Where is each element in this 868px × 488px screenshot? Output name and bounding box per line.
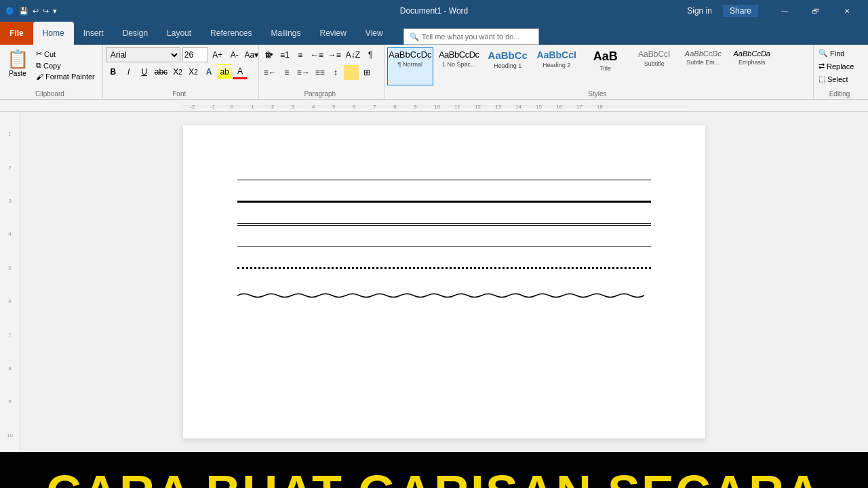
tab-design[interactable]: Design: [113, 22, 157, 45]
search-icon: 🔍: [818, 49, 828, 58]
clipboard-group-content: 📋 Paste ✂ Cut ⧉ Copy 🖌 Format Painter: [3, 45, 97, 90]
share-label[interactable]: Share: [723, 5, 758, 17]
subscript-button[interactable]: X2: [170, 64, 185, 79]
style-heading1[interactable]: AaBbCc Heading 1: [485, 47, 531, 85]
ruler-mark-9: 9: [0, 385, 20, 418]
align-right-button[interactable]: ≡→: [295, 65, 312, 80]
svg-text:9: 9: [414, 104, 417, 110]
style-title[interactable]: AaB Title: [583, 47, 629, 85]
tab-references[interactable]: References: [201, 22, 261, 45]
font-color-button[interactable]: A: [233, 64, 248, 79]
paste-button[interactable]: 📋 Paste: [3, 47, 33, 79]
decrease-font-button[interactable]: A-: [227, 47, 242, 62]
format-painter-icon: 🖌: [36, 73, 43, 81]
paragraph-group-content: ≡• ≡1 ≡ ←≡ →≡ A↓Z ¶ ≡← ≡ ≡→ ≡≡ ↕ ⊞: [262, 45, 378, 90]
line-spacing-button[interactable]: ↕: [328, 65, 343, 80]
line-wavy-container: [237, 289, 651, 302]
tab-review[interactable]: Review: [310, 22, 355, 45]
save-icon[interactable]: 💾: [19, 7, 28, 16]
style-heading2[interactable]: AaBbCcI Heading 2: [534, 47, 580, 85]
font-group: Arial A+ A- Aa▾ 🗑 B I U abc X2 X2 A ab A…: [103, 45, 259, 99]
justify-button[interactable]: ≡≡: [313, 65, 328, 80]
style-emphasis[interactable]: AaBbCcDa Emphasis: [729, 47, 775, 85]
font-group-content: Arial A+ A- Aa▾ 🗑 B I U abc X2 X2 A ab A: [106, 45, 253, 90]
signin-label[interactable]: Sign in: [687, 6, 712, 16]
copy-button[interactable]: ⧉ Copy: [34, 60, 97, 70]
tab-view[interactable]: View: [356, 22, 393, 45]
style-normal[interactable]: AaBbCcDc ¶ Normal: [387, 47, 433, 85]
banner-line1: CARA BUAT GARISAN SECARA: [46, 466, 822, 488]
restore-button[interactable]: 🗗: [800, 0, 831, 22]
customize-icon[interactable]: ▾: [53, 7, 57, 16]
sort-button[interactable]: A↓Z: [344, 47, 362, 62]
highlight-button[interactable]: ab: [217, 64, 232, 79]
svg-text:11: 11: [454, 104, 460, 110]
line-thick: [237, 201, 651, 203]
styles-label: Styles: [387, 90, 808, 99]
font-size-input[interactable]: [182, 47, 208, 62]
ribbon-tabs-row: File Home Insert Design Layout Reference…: [0, 22, 868, 45]
align-center-button[interactable]: ≡: [279, 65, 294, 80]
svg-text:4: 4: [312, 104, 315, 110]
tab-layout[interactable]: Layout: [157, 22, 201, 45]
svg-text:2: 2: [271, 104, 275, 110]
bullets-button[interactable]: ≡•: [262, 47, 277, 62]
horizontal-ruler: -2 -1 0 1 2 3 4 5 6 7 8 9 10 11 12 13 14…: [0, 100, 868, 112]
increase-indent-button[interactable]: →≡: [326, 47, 343, 62]
tab-mailings[interactable]: Mailings: [261, 22, 310, 45]
style-subtleem[interactable]: AaBbCcDc Subtle Em...: [680, 47, 726, 85]
line-single-container: [237, 180, 651, 180]
multilevel-button[interactable]: ≡: [293, 47, 308, 62]
tellme-input[interactable]: 🔍 Tell me what you want to do...: [403, 28, 539, 45]
document-area[interactable]: [20, 112, 868, 452]
bold-button[interactable]: B: [106, 64, 121, 79]
document-page[interactable]: [183, 125, 705, 439]
tab-insert[interactable]: Insert: [74, 22, 113, 45]
replace-button[interactable]: ⇄ Replace: [816, 60, 856, 72]
font-name-select[interactable]: Arial: [106, 47, 180, 62]
title-bar-right: Sign in Share — 🗗 ✕: [687, 0, 863, 22]
font-row1: Arial A+ A- Aa▾ 🗑: [106, 47, 276, 62]
redo-icon[interactable]: ↪: [43, 7, 49, 16]
paste-label: Paste: [9, 70, 26, 77]
clipboard-small-buttons: ✂ Cut ⧉ Copy 🖌 Format Painter: [34, 47, 97, 81]
align-left-button[interactable]: ≡←: [262, 65, 279, 80]
styles-gallery: AaBbCcDc ¶ Normal AaBbCcDc 1 No Spac... …: [387, 45, 808, 90]
svg-text:7: 7: [373, 104, 376, 110]
borders-button[interactable]: ⊞: [359, 65, 374, 80]
select-button[interactable]: ⬚ Select: [816, 73, 850, 85]
tab-home[interactable]: Home: [33, 22, 74, 45]
change-case-button[interactable]: Aa▾: [244, 47, 259, 62]
strikethrough-button[interactable]: abc: [153, 64, 170, 79]
tab-file[interactable]: File: [0, 22, 33, 45]
undo-icon[interactable]: ↩: [33, 7, 39, 16]
italic-button[interactable]: I: [121, 64, 136, 79]
banner: CARA BUAT GARISAN SECARA AUTOMATIK DI MS…: [0, 452, 868, 488]
close-button[interactable]: ✕: [831, 0, 863, 22]
shading-button[interactable]: [344, 65, 359, 80]
style-nospacing[interactable]: AaBbCcDc 1 No Spac...: [436, 47, 482, 85]
ruler-mark-2: 2: [0, 150, 20, 184]
window-title: Document1 - Word: [400, 6, 468, 16]
ruler-marks: -2 -1 0 1 2 3 4 5 6 7 8 9 10 11 12 13 14…: [180, 100, 688, 111]
svg-text:15: 15: [536, 104, 542, 110]
superscript-button[interactable]: X2: [186, 64, 201, 79]
line-light: [237, 246, 651, 247]
ruler-mark-6: 6: [0, 285, 20, 318]
numbering-button[interactable]: ≡1: [277, 47, 292, 62]
svg-text:17: 17: [576, 104, 583, 110]
minimize-button[interactable]: —: [769, 0, 800, 22]
line-dotted: [237, 267, 651, 269]
increase-font-button[interactable]: A+: [210, 47, 225, 62]
title-bar-left: 🔵 💾 ↩ ↪ ▾: [5, 7, 57, 16]
text-effects-button[interactable]: A: [201, 64, 216, 79]
show-marks-button[interactable]: ¶: [363, 47, 378, 62]
decrease-indent-button[interactable]: ←≡: [309, 47, 326, 62]
underline-button[interactable]: U: [137, 64, 152, 79]
cut-button[interactable]: ✂ Cut: [34, 49, 97, 59]
ribbon-content: 📋 Paste ✂ Cut ⧉ Copy 🖌 Format Painter Cl…: [0, 45, 868, 100]
format-painter-button[interactable]: 🖌 Format Painter: [34, 72, 97, 81]
find-button[interactable]: 🔍 Find: [816, 47, 846, 59]
style-subtitle[interactable]: AaBbCcI Subtitle: [631, 47, 677, 85]
svg-text:-1: -1: [210, 104, 216, 110]
